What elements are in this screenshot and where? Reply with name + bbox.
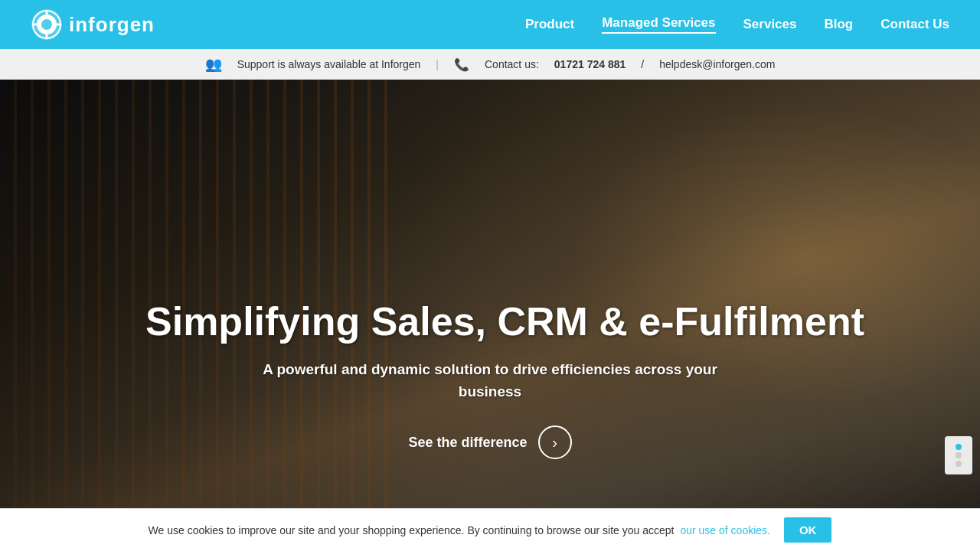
phone-icon: 📞: [454, 57, 469, 72]
slash: /: [641, 58, 644, 70]
cta-label: See the difference: [408, 435, 527, 451]
hero-section: Simplifying Sales, CRM & e-Fulfilment A …: [0, 80, 980, 520]
cookie-ok-button[interactable]: OK: [784, 517, 832, 543]
separator: |: [436, 58, 439, 70]
hero-sub-line2: business: [459, 383, 521, 399]
main-nav: Product Managed Services Services Blog C…: [525, 15, 949, 34]
nav-services[interactable]: Services: [743, 17, 797, 32]
hero-cta: See the difference ›: [145, 425, 835, 459]
phone-link[interactable]: 01721 724 881: [554, 58, 626, 70]
arrow-icon: ›: [552, 434, 557, 452]
email-link[interactable]: helpdesk@inforgen.com: [659, 58, 775, 70]
nav-product[interactable]: Product: [525, 17, 574, 32]
nav-blog[interactable]: Blog: [824, 17, 853, 32]
scroll-indicator: [945, 436, 972, 474]
hero-headline: Simplifying Sales, CRM & e-Fulfilment: [145, 300, 835, 344]
hero-content: Simplifying Sales, CRM & e-Fulfilment A …: [145, 300, 835, 459]
nav-contact-us[interactable]: Contact Us: [880, 17, 949, 32]
logo[interactable]: inforgen: [31, 8, 155, 41]
nav-managed-services[interactable]: Managed Services: [602, 15, 715, 34]
contact-label: Contact us:: [485, 58, 539, 70]
people-icon: 👥: [205, 56, 222, 73]
scroll-dot-1: [956, 444, 962, 450]
scroll-dot-2: [956, 452, 962, 458]
hero-sub-line1: A powerful and dynamic solution to drive…: [263, 361, 717, 377]
scroll-dot-3: [956, 461, 962, 467]
cookie-link[interactable]: our use of cookies.: [680, 524, 770, 536]
hero-subheadline: A powerful and dynamic solution to drive…: [145, 359, 835, 403]
info-bar: 👥 Support is always available at Inforge…: [0, 49, 980, 80]
support-text: Support is always available at Inforgen: [237, 58, 421, 70]
header: inforgen Product Managed Services Servic…: [0, 0, 980, 49]
cookie-bar: We use cookies to improve our site and y…: [0, 508, 980, 551]
logo-text: inforgen: [69, 13, 155, 37]
logo-icon: [31, 8, 63, 41]
cta-button[interactable]: ›: [538, 425, 572, 459]
cookie-text: We use cookies to improve our site and y…: [149, 524, 675, 536]
